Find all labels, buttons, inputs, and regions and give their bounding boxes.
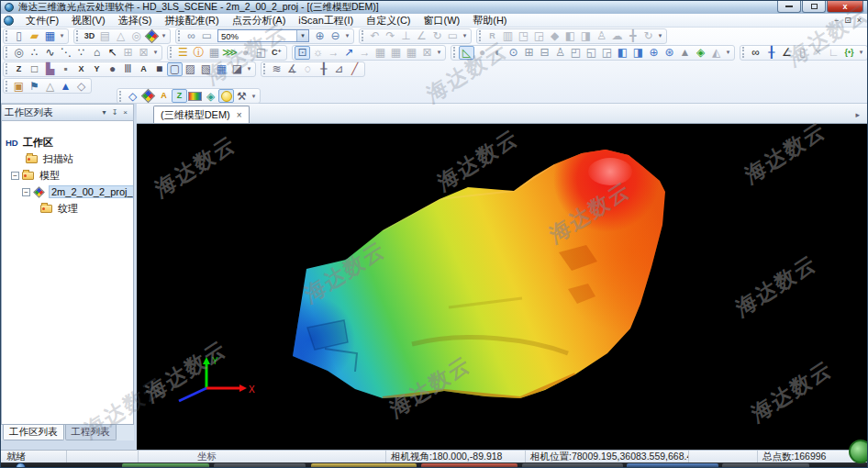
collapse-box-icon[interactable]: − bbox=[22, 188, 30, 196]
label-z-icon[interactable]: Z bbox=[172, 89, 187, 103]
new-file-icon[interactable]: ▯ bbox=[11, 29, 27, 43]
print-icon[interactable]: ▤ bbox=[97, 29, 113, 43]
toolbar-overflow[interactable]: ▾ bbox=[857, 49, 865, 56]
layers-yellow-icon[interactable]: ☰ bbox=[175, 46, 191, 60]
y-axis-icon[interactable]: Y bbox=[89, 62, 105, 76]
move-icon[interactable]: ╋ bbox=[625, 29, 640, 43]
hand-card-icon[interactable]: ▣ bbox=[11, 79, 27, 93]
gear-dash-icon[interactable]: ◌ bbox=[300, 62, 316, 76]
stamp-icon[interactable]: ▙ bbox=[42, 62, 58, 76]
menu-item-help[interactable]: 帮助(H) bbox=[466, 14, 513, 28]
box-icon[interactable]: ◳ bbox=[516, 29, 531, 43]
brace-target-icon[interactable]: {•} bbox=[841, 46, 857, 60]
sphere2-icon[interactable]: ● bbox=[474, 46, 490, 60]
menu-item-select[interactable]: 选择(S) bbox=[112, 14, 159, 28]
arrow-export2-icon[interactable]: → bbox=[357, 46, 373, 60]
expand-icon[interactable]: ⊞ bbox=[521, 46, 537, 60]
collapse-icon[interactable]: ⊟ bbox=[537, 46, 552, 60]
cube-icon[interactable]: ◱ bbox=[253, 46, 269, 60]
cloud-icon[interactable]: ☁ bbox=[609, 29, 625, 43]
info-icon[interactable]: ⓘ bbox=[191, 46, 206, 60]
target-circle-icon[interactable]: ◎ bbox=[11, 46, 27, 60]
glasses-icon[interactable]: ∞ bbox=[748, 46, 763, 60]
polygon-select-icon[interactable]: ⌂ bbox=[89, 46, 105, 60]
polygon-dash-icon[interactable]: ◇ bbox=[73, 79, 89, 93]
menu-item-custom[interactable]: 自定义(C) bbox=[360, 14, 417, 28]
diamond-outline-icon[interactable]: ◇ bbox=[125, 89, 140, 103]
protractor-icon[interactable]: ⊿ bbox=[331, 62, 347, 76]
person-flag-icon[interactable]: ⚑ bbox=[27, 79, 42, 93]
marquee-icon[interactable]: ▭ bbox=[199, 29, 215, 43]
tab-project-list[interactable]: 工程列表 bbox=[65, 425, 117, 440]
rotate-icon[interactable]: ↻ bbox=[640, 29, 656, 43]
toolbar-overflow[interactable]: ▾ bbox=[160, 32, 168, 39]
undo-icon[interactable]: ↶ bbox=[367, 29, 383, 43]
color-render-icon[interactable] bbox=[144, 29, 160, 43]
tab-close-icon[interactable]: × bbox=[237, 110, 242, 120]
binoculars-icon[interactable]: ◎ bbox=[128, 29, 144, 43]
fork-green-icon[interactable]: ⋙ bbox=[222, 46, 238, 60]
taskbar-button[interactable] bbox=[722, 463, 809, 468]
toolbar-overflow[interactable]: ▾ bbox=[656, 32, 664, 39]
dot-icon[interactable]: ● bbox=[105, 62, 120, 76]
minimize-button[interactable] bbox=[777, 1, 801, 13]
viewport-3d[interactable]: Y X bbox=[137, 124, 867, 450]
taskbar-button[interactable] bbox=[214, 463, 306, 468]
toolbar-overflow[interactable]: ▾ bbox=[343, 32, 351, 39]
close-button[interactable]: x bbox=[827, 1, 863, 13]
pick-undo-icon[interactable]: ⋱ bbox=[58, 46, 73, 60]
open-folder-icon[interactable]: ▰ bbox=[27, 29, 42, 43]
person-icon[interactable]: ♙ bbox=[552, 46, 568, 60]
panel-close-icon[interactable]: × bbox=[120, 108, 130, 117]
panel-pin-icon[interactable]: ↧ bbox=[109, 108, 121, 117]
diamond-color-icon[interactable] bbox=[140, 89, 156, 103]
split-left-icon[interactable]: ◧ bbox=[562, 29, 578, 43]
outline-square-icon[interactable]: □ bbox=[27, 62, 42, 76]
tree-node-texture[interactable]: 纹理 bbox=[2, 200, 133, 217]
bars-icon[interactable]: Ⅲ bbox=[120, 62, 136, 76]
pyramid-icon[interactable]: △ bbox=[113, 29, 128, 43]
crop-rect-icon[interactable]: ▭ bbox=[445, 29, 461, 43]
toolbar-overflow[interactable]: ▾ bbox=[724, 49, 732, 56]
angle-ruler-icon[interactable]: ∠ bbox=[779, 46, 795, 60]
taskbar-button[interactable] bbox=[522, 463, 623, 468]
split-right-icon[interactable]: ◨ bbox=[578, 29, 594, 43]
x-mark-icon[interactable]: × bbox=[810, 46, 826, 60]
tools-icon[interactable]: ⚒ bbox=[234, 89, 250, 103]
dotted-frame-icon[interactable]: ▢ bbox=[167, 62, 183, 76]
taskbar-button[interactable] bbox=[627, 463, 718, 468]
grid-x-icon[interactable]: ⊠ bbox=[419, 46, 435, 60]
slope-ruler-icon[interactable]: ◺ bbox=[459, 46, 474, 60]
link-icon[interactable]: ∞ bbox=[184, 29, 199, 43]
paste-icon[interactable]: ▥ bbox=[500, 29, 516, 43]
menu-item-registration[interactable]: 拼接配准(R) bbox=[158, 14, 225, 28]
c-plus-icon[interactable]: C⁺ bbox=[269, 46, 284, 60]
grid-select-icon[interactable]: ⊞ bbox=[120, 46, 136, 60]
redo-icon[interactable]: ↷ bbox=[383, 29, 398, 43]
taskbar-button[interactable] bbox=[421, 463, 517, 468]
notification-badge[interactable] bbox=[849, 440, 868, 463]
save-icon[interactable]: ▦ bbox=[42, 29, 58, 43]
chart-angle-icon[interactable]: ∡ bbox=[284, 62, 300, 76]
taskbar-button[interactable] bbox=[311, 463, 417, 468]
pen-icon[interactable]: ╱ bbox=[347, 62, 362, 76]
box-c-icon[interactable]: ◲ bbox=[599, 46, 615, 60]
z-axis-icon[interactable]: Z bbox=[11, 62, 27, 76]
pick-add-icon[interactable]: ∵ bbox=[73, 46, 89, 60]
box-a-icon[interactable]: ◰ bbox=[568, 46, 584, 60]
x-axis-icon[interactable]: X bbox=[73, 62, 89, 76]
gear-icon[interactable]: ☼ bbox=[310, 46, 326, 60]
view-3d-button[interactable]: 3D bbox=[82, 29, 97, 43]
corner-icon[interactable]: ∟ bbox=[826, 46, 841, 60]
combo-arrow-icon[interactable]: ▾ bbox=[296, 30, 308, 41]
cursor-icon[interactable]: ↖ bbox=[105, 46, 120, 60]
tab-workspace-list[interactable]: 工作区列表 bbox=[3, 425, 64, 440]
menu-item-cloud-analysis[interactable]: 点云分析(A) bbox=[226, 14, 293, 28]
fan-icon[interactable]: ≋ bbox=[269, 62, 284, 76]
cube-blue2-icon[interactable]: ◨ bbox=[630, 46, 646, 60]
refresh-icon[interactable]: ↻ bbox=[429, 29, 445, 43]
sphere-axis2-icon[interactable]: ⊛ bbox=[662, 46, 677, 60]
hatch2-icon[interactable]: ▧ bbox=[198, 62, 214, 76]
lasso-icon[interactable]: ∿ bbox=[42, 46, 58, 60]
triangle-blue-icon[interactable]: ▲ bbox=[58, 79, 73, 93]
